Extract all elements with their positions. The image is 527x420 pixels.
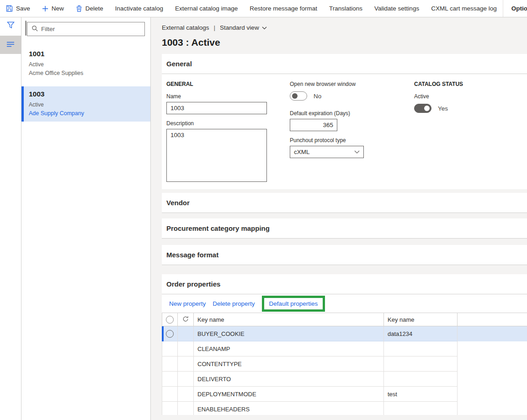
view-selector[interactable]: Standard view [220,24,267,31]
toggle-knob [292,93,298,99]
action-toolbar: Save New Delete Inactivate catalog Exter… [0,0,527,17]
cell-key-name[interactable]: CONTENTTYPE [194,356,384,372]
open-new-window-label: Open new browser window [290,81,381,87]
cell-key-name[interactable]: ENABLEHEADERS [194,402,384,415]
section-vendor-header[interactable]: Vendor [162,193,527,213]
panel-scrollbar[interactable] [25,21,27,36]
filter-field[interactable] [27,22,145,36]
grid-row-contenttype[interactable]: CONTENTTYPE [162,356,527,372]
cell-value[interactable]: test [384,387,458,402]
list-pane-button[interactable] [0,36,21,54]
delete-button[interactable]: Delete [70,0,109,17]
catalog-id: 1003 [29,90,143,98]
delete-icon [76,5,82,12]
section-procurement-header[interactable]: Procurement category mapping [162,218,527,239]
section-order-properties: Order properties New property Delete pro… [162,274,527,415]
description-field[interactable]: 1003 [166,129,267,182]
highlight-annotation-box: Default properties [262,296,325,312]
refresh-icon [182,316,189,324]
default-expiration-label: Default expiration (Days) [290,110,381,117]
cell-value[interactable] [384,372,458,387]
default-properties-link[interactable]: Default properties [269,300,318,307]
inactivate-catalog-button[interactable]: Inactivate catalog [109,0,169,17]
row-select-circle[interactable] [166,330,174,338]
chevron-down-icon [262,24,267,31]
cell-key-name[interactable]: DELIVERTO [194,372,384,387]
translations-button[interactable]: Translations [323,0,368,17]
new-label: New [52,5,64,12]
section-general: General GENERAL Name Description 1003 Op… [162,54,527,189]
breadcrumb-external-catalogs[interactable]: External catalogs [162,24,209,31]
grid-row-deliverto[interactable]: DELIVERTO [162,372,527,387]
grid-row-deploymentmode[interactable]: DEPLOYMENTMODE test [162,387,527,402]
filter-icon [7,21,15,31]
save-label: Save [16,5,30,12]
section-cards: General GENERAL Name Description 1003 Op… [162,54,527,415]
catalog-status: Active [29,101,143,108]
group-general-label: GENERAL [166,81,267,87]
catalog-list-panel: 1001 Active Acme Office Supplies 1003 Ac… [21,17,151,420]
active-toggle[interactable] [414,104,431,113]
breadcrumb: External catalogs | Standard view [162,24,527,31]
cell-key-name[interactable]: BUYER_COOKIE [194,326,384,341]
new-button[interactable]: New [36,0,70,17]
punchout-protocol-select[interactable]: cXML [290,146,364,158]
external-catalog-image-button[interactable]: External catalog image [169,0,244,17]
delete-label: Delete [85,5,103,12]
options-button[interactable]: Options [503,0,527,17]
default-expiration-field[interactable] [290,119,337,131]
cell-key-name[interactable]: DEPLOYMENTMODE [194,387,384,402]
grid-row-enableheaders[interactable]: ENABLEHEADERS [162,402,527,415]
grid-row-cleanamp[interactable]: CLEANAMP [162,341,527,356]
column-header-key-name-2[interactable]: Key name [384,313,458,326]
column-header-key-name[interactable]: Key name [194,313,384,326]
section-general-header[interactable]: General [162,54,527,74]
catalog-status: Active [29,61,143,68]
list-item-1003[interactable]: 1003 Active Ade Supply Company [21,86,150,122]
select-all-circle[interactable] [166,316,174,324]
open-new-window-toggle[interactable] [290,91,307,101]
search-icon [32,25,38,33]
save-icon [6,5,13,12]
section-order-properties-header[interactable]: Order properties [162,274,527,294]
filter-pane-button[interactable] [0,17,21,35]
order-properties-actions: New property Delete property Default pro… [162,294,527,313]
refresh-cell[interactable] [178,313,194,326]
catalog-name: Ade Supply Company [29,110,143,117]
list-item-1001[interactable]: 1001 Active Acme Office Supplies [21,46,150,81]
add-icon [42,5,48,12]
page-title: 1003 : Active [162,37,527,48]
cell-key-name[interactable]: CLEANAMP [194,341,384,356]
breadcrumb-separator: | [214,24,216,31]
save-button[interactable]: Save [0,0,36,17]
name-label: Name [166,93,267,100]
left-icon-rail [0,17,21,420]
toggle-knob [424,106,430,111]
select-all-cell[interactable] [162,313,178,326]
cxml-cart-message-log-button[interactable]: CXML cart message log [425,0,503,17]
validate-settings-button[interactable]: Validate settings [368,0,425,17]
filter-input[interactable] [41,26,140,32]
punchout-protocol-value: cXML [294,149,354,155]
cell-value[interactable]: data1234 [384,326,458,341]
workspace: 1001 Active Acme Office Supplies 1003 Ac… [0,17,527,420]
active-label: Active [414,93,515,100]
delete-property-link[interactable]: Delete property [213,300,255,307]
chevron-down-icon [354,149,360,155]
punchout-protocol-label: Punchout protocol type [290,137,381,144]
cell-value[interactable] [384,356,458,372]
group-catalog-status-label: CATALOG STATUS [414,81,515,87]
general-body: GENERAL Name Description 1003 Open new b… [162,74,527,189]
name-field[interactable] [166,102,267,114]
catalog-list: 1001 Active Acme Office Supplies 1003 Ac… [21,46,150,122]
section-message-format-header[interactable]: Message format [162,245,527,265]
cell-value[interactable] [384,341,458,356]
grid-row-buyer-cookie[interactable]: BUYER_COOKIE data1234 [162,326,527,341]
cell-value[interactable] [384,402,458,415]
row-selection-bar [162,326,164,341]
restore-message-format-button[interactable]: Restore message format [244,0,323,17]
list-icon [6,41,15,49]
new-property-link[interactable]: New property [169,300,206,307]
order-properties-grid: Key name Key name BUYER_COOKIE data1234 [162,313,527,415]
page-header: External catalogs | Standard view 1003 :… [151,17,527,48]
